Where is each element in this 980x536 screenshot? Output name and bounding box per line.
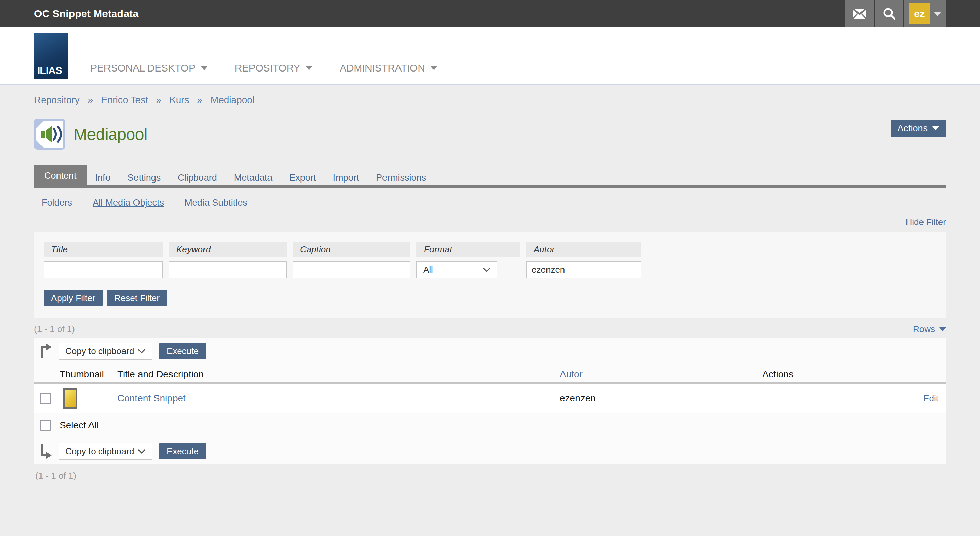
rows-dropdown[interactable]: Rows (913, 324, 946, 334)
chevron-down-icon (482, 267, 491, 272)
format-filter-value: All (423, 265, 433, 275)
breadcrumb-kurs[interactable]: Kurs (169, 95, 189, 105)
filter-field-autor: Autor (526, 242, 641, 278)
breadcrumb-separator: » (197, 95, 202, 105)
mail-icon (853, 8, 866, 19)
nav-personal-desktop[interactable]: PERSONAL DESKTOP (90, 62, 208, 74)
filter-field-caption: Caption (293, 242, 410, 278)
execute-button-bottom[interactable]: Execute (159, 443, 206, 459)
breadcrumb-repository[interactable]: Repository (34, 95, 80, 105)
page-content: Repository » Enrico Test » Kurs » Mediap… (34, 85, 946, 481)
mail-button[interactable] (845, 0, 874, 27)
breadcrumb-separator: » (88, 95, 93, 105)
media-objects-table: Copy to clipboard Execute Thumbnail Titl… (34, 338, 946, 464)
edit-link[interactable]: Edit (923, 384, 939, 413)
row-autor-value: ezenzen (560, 384, 596, 413)
chevron-down-icon (932, 126, 939, 131)
breadcrumb: Repository » Enrico Test » Kurs » Mediap… (34, 85, 946, 105)
tab-metadata[interactable]: Metadata (226, 168, 281, 188)
chevron-down-icon (137, 449, 146, 454)
chevron-down-icon (934, 11, 941, 16)
search-icon (883, 8, 895, 20)
subtab-bar: Folders All Media Objects Media Subtitle… (34, 198, 946, 208)
tab-import[interactable]: Import (324, 168, 368, 188)
caption-filter-input[interactable] (293, 261, 410, 278)
tab-export[interactable]: Export (281, 168, 324, 188)
select-all-checkbox[interactable] (40, 420, 51, 431)
bulk-action-value: Copy to clipboard (65, 346, 134, 357)
window-title: OC Snippet Metadata (34, 8, 138, 19)
result-range-bottom: (1 - 1 of 1) (35, 471, 76, 481)
chevron-down-icon (305, 66, 312, 70)
nav-repository[interactable]: REPOSITORY (235, 62, 313, 74)
avatar: ez (909, 3, 930, 24)
filter-label-format: Format (417, 242, 520, 257)
actions-button[interactable]: Actions (891, 120, 946, 137)
filter-label-keyword: Keyword (169, 242, 286, 257)
ilias-logo[interactable]: ILIAS (34, 33, 68, 79)
nav-label: PERSONAL DESKTOP (90, 62, 195, 74)
pagination-row-top: (1 - 1 of 1) Rows (34, 324, 946, 334)
tab-info[interactable]: Info (87, 168, 119, 188)
reset-filter-button[interactable]: Reset Filter (107, 290, 167, 306)
nav-administration[interactable]: ADMINISTRATION (340, 62, 437, 74)
bulk-action-toolbar-top: Copy to clipboard Execute (34, 338, 946, 364)
filter-label-caption: Caption (293, 242, 410, 257)
filter-field-title: Title (43, 242, 163, 278)
breadcrumb-separator: » (156, 95, 162, 105)
filter-panel: Title Keyword Caption Format All (34, 231, 946, 318)
pagination-row-bottom: (1 - 1 of 1) (34, 471, 946, 481)
title-filter-input[interactable] (43, 261, 163, 278)
subtab-media-subtitles[interactable]: Media Subtitles (185, 198, 247, 208)
bulk-action-value: Copy to clipboard (65, 446, 134, 457)
chevron-down-icon (430, 66, 437, 70)
filter-label-autor: Autor (526, 242, 641, 257)
bulk-action-select-top[interactable]: Copy to clipboard (59, 343, 153, 360)
chevron-down-icon (939, 327, 946, 331)
tab-permissions[interactable]: Permissions (368, 168, 434, 188)
main-navigation: PERSONAL DESKTOP REPOSITORY ADMINISTRATI… (90, 62, 437, 74)
select-all-label: Select All (60, 413, 99, 438)
tab-content[interactable]: Content (34, 165, 87, 188)
nav-label: ADMINISTRATION (340, 62, 425, 74)
title-row: Mediapool Actions (34, 118, 946, 150)
subtab-all-media-objects[interactable]: All Media Objects (92, 198, 164, 208)
filter-buttons: Apply Filter Reset Filter (43, 290, 937, 306)
execute-button-top[interactable]: Execute (159, 343, 206, 359)
column-header-actions: Actions (762, 364, 794, 384)
result-range-top: (1 - 1 of 1) (34, 324, 75, 334)
mediapool-speaker-icon (34, 118, 65, 150)
select-all-row: Select All (34, 413, 946, 438)
media-thumbnail (63, 388, 77, 408)
arrow-up-right-icon (40, 344, 52, 359)
nav-label: REPOSITORY (235, 62, 301, 74)
main-header: ILIAS PERSONAL DESKTOP REPOSITORY ADMINI… (0, 27, 980, 85)
tab-bar: Content Info Settings Clipboard Metadata… (34, 165, 946, 188)
tab-clipboard[interactable]: Clipboard (169, 168, 226, 188)
top-bar: OC Snippet Metadata ez (0, 0, 980, 27)
rows-label: Rows (913, 324, 935, 334)
table-header-row: Thumbnail Title and Description Autor Ac… (34, 364, 946, 384)
tab-settings[interactable]: Settings (119, 168, 169, 188)
content-snippet-link[interactable]: Content Snippet (118, 384, 186, 413)
breadcrumb-enrico-test[interactable]: Enrico Test (101, 95, 148, 105)
subtab-folders[interactable]: Folders (41, 198, 72, 208)
column-header-autor-sort-link[interactable]: Autor (560, 364, 582, 384)
format-filter-select[interactable]: All (417, 261, 498, 278)
bulk-action-select-bottom[interactable]: Copy to clipboard (59, 443, 153, 460)
user-menu-button[interactable]: ez (904, 0, 946, 27)
filter-field-keyword: Keyword (169, 242, 286, 278)
breadcrumb-mediapool[interactable]: Mediapool (211, 95, 255, 105)
search-button[interactable] (875, 0, 904, 27)
hide-filter-link[interactable]: Hide Filter (906, 217, 946, 227)
column-header-thumbnail: Thumbnail (60, 364, 104, 384)
page-title: Mediapool (73, 125, 147, 144)
chevron-down-icon (201, 66, 208, 70)
bulk-action-toolbar-bottom: Copy to clipboard Execute (34, 438, 946, 464)
filter-field-format: Format All (417, 242, 520, 278)
row-checkbox[interactable] (40, 393, 51, 404)
keyword-filter-input[interactable] (169, 261, 286, 278)
autor-filter-input[interactable] (526, 261, 641, 278)
filter-label-title: Title (43, 242, 163, 257)
apply-filter-button[interactable]: Apply Filter (43, 290, 103, 306)
